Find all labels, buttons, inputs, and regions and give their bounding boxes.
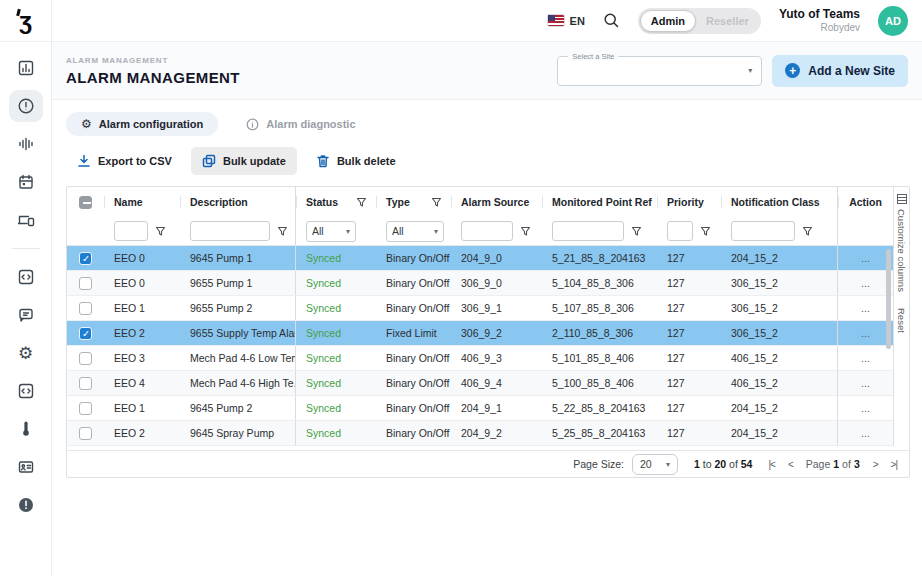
row-checkbox[interactable] xyxy=(79,377,92,390)
site-select[interactable]: Select a Site ▾ xyxy=(557,56,762,86)
table-row[interactable]: EEO 2 9655 Supply Temp Alarm Synced Fixe… xyxy=(67,321,893,346)
search-icon[interactable] xyxy=(603,12,620,29)
row-actions-button[interactable]: ... xyxy=(837,346,893,370)
filter-icon[interactable] xyxy=(277,226,288,237)
sidebar-item-devices[interactable] xyxy=(9,204,43,236)
filter-icon[interactable] xyxy=(155,226,166,237)
sidebar-item-widgets[interactable] xyxy=(9,261,43,293)
language-selector[interactable]: EN xyxy=(548,15,585,27)
row-actions-button[interactable]: ... xyxy=(837,296,893,320)
add-site-button[interactable]: + Add a New Site xyxy=(772,55,908,87)
row-checkbox[interactable] xyxy=(79,252,92,265)
row-checkbox[interactable] xyxy=(79,427,92,440)
sidebar-item-alerts[interactable] xyxy=(9,489,43,521)
page-size-select[interactable]: 20 ▾ xyxy=(632,454,678,475)
cell-name: EEO 3 xyxy=(104,346,180,370)
status-filter-select[interactable]: All▾ xyxy=(306,221,356,242)
cell-alarm-source: 306_9_2 xyxy=(451,321,542,345)
column-header-name[interactable]: Name xyxy=(104,187,180,217)
alarm-source-filter-input[interactable] xyxy=(461,221,513,241)
sidebar-item-messages[interactable] xyxy=(9,299,43,331)
filter-icon[interactable] xyxy=(802,226,813,237)
cell-priority: 127 xyxy=(657,321,721,345)
avatar[interactable]: AD xyxy=(878,6,908,36)
filter-icon[interactable] xyxy=(700,226,711,237)
cell-description: 9655 Pump 2 xyxy=(180,296,296,320)
tab-alarm-configuration[interactable]: ⚙ Alarm configuration xyxy=(66,112,218,136)
sidebar-item-integrations[interactable] xyxy=(9,375,43,407)
first-page-button[interactable]: |< xyxy=(768,459,774,470)
column-header-alarm-source[interactable]: Alarm Source xyxy=(451,187,542,217)
reset-columns-button[interactable]: Reset xyxy=(896,308,907,333)
id-card-icon xyxy=(17,458,35,476)
row-actions-button[interactable]: ... xyxy=(837,271,893,295)
row-actions-button[interactable]: ... xyxy=(837,371,893,395)
sidebar-item-audio[interactable] xyxy=(9,128,43,160)
row-actions-button[interactable]: ... xyxy=(837,421,893,445)
column-header-type[interactable]: Type xyxy=(376,187,451,217)
row-checkbox[interactable] xyxy=(79,352,92,365)
monitored-point-ref-filter-input[interactable] xyxy=(552,221,624,241)
pagination-bar: Page Size: 20 ▾ 1 to 20 of 54 |< < xyxy=(67,450,909,477)
table-row[interactable]: EEO 4 Mech Pad 4-6 High Te... Synced Bin… xyxy=(67,371,893,396)
row-actions-button[interactable]: ... xyxy=(837,396,893,420)
row-actions-button[interactable]: ... xyxy=(837,321,893,345)
column-header-notification-class[interactable]: Notification Class xyxy=(721,187,837,217)
export-csv-button[interactable]: Export to CSV xyxy=(66,147,183,175)
vertical-scrollbar[interactable] xyxy=(886,249,891,349)
cell-monitored-point-ref: 2_110_85_8_306 xyxy=(542,321,657,345)
gear-icon: ⚙ xyxy=(18,345,33,362)
row-checkbox[interactable] xyxy=(79,402,92,415)
filter-icon[interactable] xyxy=(356,197,367,208)
row-actions-button[interactable]: ... xyxy=(837,246,893,270)
role-toggle[interactable]: Admin Reseller xyxy=(638,8,761,34)
cell-priority: 127 xyxy=(657,271,721,295)
sidebar-item-contacts[interactable] xyxy=(9,451,43,483)
chat-icon xyxy=(17,306,35,324)
row-checkbox[interactable] xyxy=(79,277,92,290)
name-filter-input[interactable] xyxy=(114,221,148,241)
column-header-description[interactable]: Description xyxy=(180,187,296,217)
cell-description: 9645 Pump 1 xyxy=(180,246,296,270)
next-page-button[interactable]: > xyxy=(873,459,878,470)
table-row[interactable]: EEO 1 9655 Pump 2 Synced Binary On/Off 3… xyxy=(67,296,893,321)
role-admin[interactable]: Admin xyxy=(640,10,696,32)
table-row[interactable]: EEO 1 9645 Pump 2 Synced Binary On/Off 2… xyxy=(67,396,893,421)
table-row[interactable]: EEO 0 9655 Pump 1 Synced Binary On/Off 3… xyxy=(67,271,893,296)
cell-monitored-point-ref: 5_101_85_8_406 xyxy=(542,346,657,370)
role-reseller[interactable]: Reseller xyxy=(696,10,759,32)
table-row[interactable]: EEO 0 9645 Pump 1 Synced Binary On/Off 2… xyxy=(67,246,893,271)
bulk-update-button[interactable]: Bulk update xyxy=(191,147,297,175)
alarm-table: Name Description Status Type Alarm Sourc… xyxy=(66,186,910,478)
column-header-status[interactable]: Status xyxy=(296,187,376,217)
row-checkbox[interactable] xyxy=(79,327,92,340)
bulk-delete-button[interactable]: Bulk delete xyxy=(305,147,407,175)
customize-columns-button[interactable]: Customize columns xyxy=(896,194,907,292)
type-filter-select[interactable]: All▾ xyxy=(386,221,444,242)
row-checkbox[interactable] xyxy=(79,302,92,315)
table-row[interactable]: EEO 3 Mech Pad 4-6 Low Tem... Synced Bin… xyxy=(67,346,893,371)
sidebar-item-settings[interactable]: ⚙ xyxy=(9,337,43,369)
column-header-monitored-point-ref[interactable]: Monitored Point Ref xyxy=(542,187,657,217)
notification-class-filter-input[interactable] xyxy=(731,221,795,241)
priority-filter-input[interactable] xyxy=(667,221,693,241)
filter-icon[interactable] xyxy=(631,226,642,237)
description-filter-input[interactable] xyxy=(190,221,270,241)
last-page-button[interactable]: >| xyxy=(891,459,897,470)
calendar-icon xyxy=(17,173,35,191)
column-header-priority[interactable]: Priority xyxy=(657,187,721,217)
sidebar-item-alarms[interactable] xyxy=(9,90,43,122)
prev-page-button[interactable]: < xyxy=(788,459,793,470)
table-row[interactable]: EEO 2 9645 Spray Pump Synced Binary On/O… xyxy=(67,421,893,446)
filter-icon[interactable] xyxy=(520,226,531,237)
cell-notification-class: 306_15_2 xyxy=(721,271,837,295)
filter-icon[interactable] xyxy=(431,197,442,208)
chevron-down-icon: ▾ xyxy=(748,66,752,75)
sidebar-item-schedule[interactable] xyxy=(9,166,43,198)
select-all-checkbox[interactable] xyxy=(79,196,92,209)
sidebar-item-temperature[interactable] xyxy=(9,413,43,445)
table-body: EEO 0 9645 Pump 1 Synced Binary On/Off 2… xyxy=(67,246,893,446)
sidebar-item-analytics[interactable] xyxy=(9,52,43,84)
download-icon xyxy=(77,154,91,168)
tab-alarm-diagnostic[interactable]: Alarm diagnostic xyxy=(246,118,355,131)
